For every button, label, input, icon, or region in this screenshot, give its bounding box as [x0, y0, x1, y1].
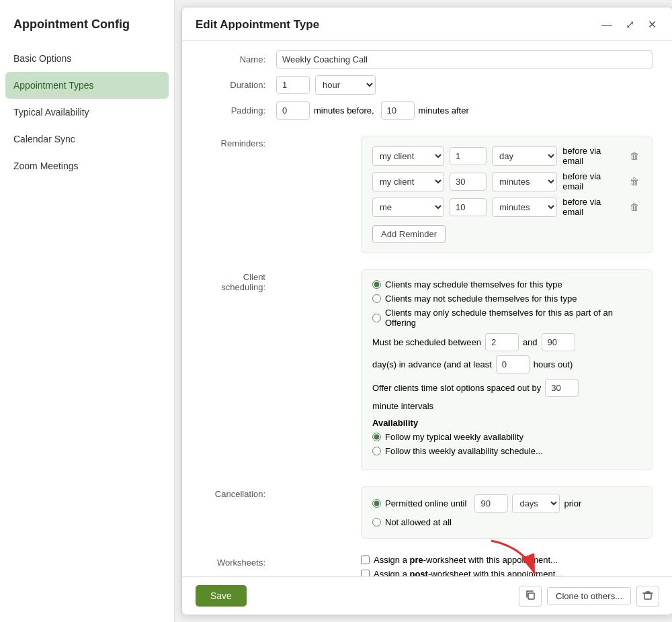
padding-before-text: minutes before, [314, 105, 374, 116]
pre-worksheet-row: Assign a pre-worksheet with this appoint… [361, 555, 562, 565]
client-scheduling-label: Clientscheduling: [202, 269, 276, 292]
sidebar-item-label: Appointment Types [13, 80, 94, 91]
advance-hours-input[interactable] [496, 355, 530, 373]
dialog-header: Edit Appointment Type — ⤢ ✕ [182, 7, 672, 41]
scheduling-option-label-2: Clients may only schedule themselves for… [385, 308, 641, 328]
sidebar-item-calendar-sync[interactable]: Calendar Sync [0, 126, 174, 152]
reminder-suffix-0: before via email [562, 146, 622, 166]
worksheets-label: Worksheets: [202, 555, 276, 568]
padding-label: Padding: [202, 105, 276, 116]
name-section: Name: Duration: minutes hour hours Paddi… [182, 41, 672, 136]
padding-controls: minutes before, minutes after [276, 101, 469, 120]
name-label: Name: [202, 54, 276, 64]
cancel-option-1: Not allowed at all [372, 517, 641, 527]
restore-button[interactable]: ⤢ [623, 17, 637, 32]
worksheets-section: Worksheets: Assign a pre-worksheet with … [182, 555, 672, 576]
add-reminder-button[interactable]: Add Reminder [372, 225, 446, 243]
minimize-button[interactable]: — [599, 17, 615, 32]
sidebar-item-basic-options[interactable]: Basic Options [0, 45, 174, 72]
reminder-amount-input-1[interactable] [450, 173, 487, 191]
cancel-unit-select[interactable]: hours days weeks [512, 494, 560, 513]
reminder-delete-button-2[interactable]: 🗑 [628, 199, 641, 214]
copy-icon-button[interactable] [519, 586, 542, 607]
reminder-unit-select-2[interactable]: minutes hour hours day days [492, 197, 557, 217]
cancellation-section: Cancellation: Permitted online until hou… [182, 486, 672, 555]
duration-unit-select[interactable]: minutes hour hours [315, 75, 376, 95]
duration-label: Duration: [202, 80, 276, 90]
reminders-container: my client me minutes day days week weeks [361, 136, 653, 253]
reminder-row-0: my client me minutes day days week weeks [372, 146, 641, 166]
timeslot-text-1: Offer clients time slot options spaced o… [372, 383, 541, 393]
duration-number-input[interactable] [276, 76, 310, 94]
pre-worksheet-checkbox[interactable] [361, 556, 370, 564]
client-scheduling-section: Clientscheduling: Clients may schedule t… [182, 269, 672, 486]
reminder-amount-input-0[interactable] [450, 147, 487, 165]
cancel-radio-0[interactable] [372, 499, 381, 508]
reminder-who-select-2[interactable]: my client me [372, 197, 444, 217]
reminder-who-select-1[interactable]: my client me [372, 172, 444, 191]
reminder-unit-select-0[interactable]: minutes day days week weeks [492, 146, 557, 166]
timeslot-input[interactable] [545, 379, 579, 397]
sidebar-item-typical-availability[interactable]: Typical Availability [0, 99, 174, 126]
svg-rect-2 [644, 593, 651, 599]
advance-min-input[interactable] [485, 333, 519, 351]
save-button[interactable]: Save [196, 585, 247, 607]
cancel-days-input[interactable] [474, 494, 508, 513]
cancel-option-label-0: Permitted online until [385, 498, 466, 508]
post-worksheet-row: Assign a post-worksheet with this appoin… [361, 569, 562, 576]
availability-radio-0[interactable] [372, 433, 381, 441]
worksheets-container: Assign a pre-worksheet with this appoint… [361, 555, 562, 576]
delete-button[interactable] [636, 586, 659, 607]
advance-days-text: day(s) in advance (and at least [372, 359, 492, 369]
close-button[interactable]: ✕ [645, 17, 659, 32]
duration-row: Duration: minutes hour hours [202, 75, 653, 95]
sidebar: Appointment Config Basic Options Appoint… [0, 0, 175, 622]
dialog-body: Name: Duration: minutes hour hours Paddi… [182, 41, 672, 576]
post-worksheet-label: Assign a post-worksheet with this appoin… [374, 569, 562, 576]
reminders-section: Reminders: my client me minutes day [182, 136, 672, 269]
sidebar-item-zoom-meetings[interactable]: Zoom Meetings [0, 152, 174, 179]
edit-dialog: Edit Appointment Type — ⤢ ✕ Name: Durati… [181, 7, 672, 615]
timeslot-row: Offer clients time slot options spaced o… [372, 379, 641, 411]
client-scheduling-row: Clientscheduling: Clients may schedule t… [202, 269, 653, 470]
reminders-label: Reminders: [202, 136, 276, 148]
reminder-who-select-0[interactable]: my client me [372, 146, 444, 166]
advance-scheduling-row: Must be scheduled between and day(s) in … [372, 333, 641, 373]
dialog-title: Edit Appointment Type [196, 18, 319, 32]
cancel-radio-1[interactable] [372, 518, 381, 527]
reminder-suffix-2: before via email [562, 197, 622, 217]
copy-icon [525, 590, 536, 601]
main-content: Edit Appointment Type — ⤢ ✕ Name: Durati… [175, 0, 672, 622]
padding-row: Padding: minutes before, minutes after [202, 101, 653, 120]
scheduling-option-label-0: Clients may schedule themselves for this… [385, 279, 562, 290]
advance-text-1: Must be scheduled between [372, 337, 481, 347]
footer-right-actions: Clone to others... [519, 586, 659, 607]
reminder-delete-button-0[interactable]: 🗑 [628, 148, 641, 163]
cancellation-container: Permitted online until hours days weeks … [361, 486, 653, 539]
name-input[interactable] [276, 50, 653, 69]
availability-radio-1[interactable] [372, 447, 381, 455]
availability-header: Availability [372, 418, 641, 428]
padding-before-input[interactable] [276, 101, 310, 120]
reminder-delete-button-1[interactable]: 🗑 [628, 174, 641, 189]
padding-after-input[interactable] [381, 101, 415, 120]
reminder-amount-input-2[interactable] [450, 198, 487, 216]
advance-max-input[interactable] [542, 333, 575, 351]
availability-option-label-1: Follow this weekly availability schedule… [385, 446, 543, 456]
reminders-row: Reminders: my client me minutes day [202, 136, 653, 253]
reminder-unit-select-1[interactable]: minutes hour hours day days [492, 172, 557, 191]
scheduling-option-0: Clients may schedule themselves for this… [372, 279, 641, 290]
post-worksheet-checkbox[interactable] [361, 570, 370, 576]
scheduling-radio-0[interactable] [372, 280, 381, 289]
sidebar-item-label: Typical Availability [13, 107, 89, 118]
availability-option-0: Follow my typical weekly availability [372, 432, 641, 442]
cancellation-row: Cancellation: Permitted online until hou… [202, 486, 653, 539]
sidebar-item-appointment-types[interactable]: Appointment Types [5, 72, 169, 99]
reminder-suffix-1: before via email [562, 171, 622, 191]
scheduling-radio-2[interactable] [372, 314, 381, 322]
cancel-option-0: Permitted online until hours days weeks … [372, 494, 641, 513]
scheduling-option-label-1: Clients may not schedule themselves for … [385, 294, 577, 304]
clone-to-others-button[interactable]: Clone to others... [547, 587, 631, 605]
scheduling-radio-1[interactable] [372, 294, 381, 303]
cancel-option-label-1: Not allowed at all [385, 517, 452, 527]
